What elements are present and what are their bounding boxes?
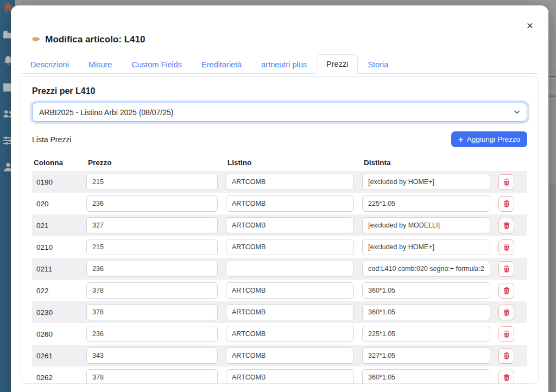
distinta-input[interactable] bbox=[362, 282, 490, 299]
prezzi-panel: Prezzi per L410 ARBI2025 - Listino Arbi … bbox=[21, 76, 539, 384]
tab-bar: Descrizioni Misure Custom Fields Eredita… bbox=[21, 53, 539, 74]
price-table-header: Colonna Prezzo Listino Distinta bbox=[32, 154, 527, 171]
plus-icon: + bbox=[458, 135, 463, 143]
delete-row-button[interactable] bbox=[498, 370, 514, 384]
table-row: 0260 bbox=[32, 323, 527, 345]
panel-heading-code: L410 bbox=[75, 86, 95, 96]
trash-icon bbox=[503, 352, 510, 359]
row-colonna: 021 bbox=[32, 222, 86, 230]
tab-custom-fields[interactable]: Custom Fields bbox=[122, 55, 192, 74]
row-colonna: 0210 bbox=[32, 243, 86, 251]
listino-input[interactable] bbox=[226, 347, 354, 364]
listino-input[interactable] bbox=[226, 195, 354, 212]
listino-input[interactable] bbox=[226, 369, 354, 384]
distinta-input[interactable] bbox=[362, 261, 490, 277]
row-colonna: 0261 bbox=[32, 352, 86, 360]
distinta-input[interactable] bbox=[362, 239, 490, 255]
distinta-input[interactable] bbox=[362, 217, 490, 233]
table-row: 0230 bbox=[32, 301, 527, 323]
edit-article-modal: × ✏ Modifica articolo: L410 Descrizioni … bbox=[11, 5, 548, 392]
trash-icon bbox=[503, 200, 510, 207]
distinta-input[interactable] bbox=[362, 347, 490, 364]
delete-row-button[interactable] bbox=[498, 261, 514, 277]
trash-icon bbox=[503, 243, 510, 251]
distinta-input[interactable] bbox=[362, 304, 490, 320]
tab-misure[interactable]: Misure bbox=[79, 55, 122, 74]
listino-select[interactable]: ARBI2025 - Listino Arbi 2025 (08/07/25) bbox=[32, 103, 527, 122]
row-colonna: 0190 bbox=[32, 178, 86, 186]
header-distinta: Distinta bbox=[362, 159, 498, 167]
trash-icon bbox=[503, 374, 510, 381]
row-colonna: 0230 bbox=[32, 308, 86, 317]
distinta-input[interactable] bbox=[362, 174, 490, 190]
modal-title: ✏ Modifica articolo: L410 bbox=[33, 34, 145, 45]
distinta-input[interactable] bbox=[362, 369, 490, 384]
tab-descrizioni[interactable]: Descrizioni bbox=[21, 55, 79, 74]
tab-artneutri-plus[interactable]: artneutri plus bbox=[251, 55, 317, 74]
distinta-input[interactable] bbox=[362, 326, 490, 342]
trash-icon bbox=[503, 287, 510, 294]
prezzo-input[interactable] bbox=[86, 174, 218, 190]
header-listino: Listino bbox=[226, 159, 362, 167]
table-row: 022 bbox=[32, 280, 527, 301]
row-colonna: 020 bbox=[32, 200, 86, 208]
delete-row-button[interactable] bbox=[498, 239, 514, 255]
row-colonna: 0260 bbox=[32, 330, 86, 338]
trash-icon bbox=[503, 178, 510, 186]
listino-input[interactable] bbox=[226, 217, 354, 233]
add-price-button-label: Aggiungi Prezzo bbox=[467, 135, 520, 143]
price-table-body: 0190 020 bbox=[32, 171, 527, 384]
prezzo-input[interactable] bbox=[86, 347, 218, 364]
listino-input[interactable] bbox=[226, 326, 354, 342]
panel-heading: Prezzi per L410 bbox=[32, 86, 527, 96]
prezzo-input[interactable] bbox=[86, 304, 218, 320]
panel-heading-prefix: Prezzi per bbox=[32, 86, 73, 96]
prezzo-input[interactable] bbox=[86, 369, 218, 384]
row-colonna: 022 bbox=[32, 287, 86, 295]
table-row: 0261 bbox=[32, 345, 527, 366]
header-colonna: Colonna bbox=[32, 159, 86, 167]
table-row: 0262 bbox=[32, 366, 527, 384]
table-row: 020 bbox=[32, 193, 527, 214]
add-price-button[interactable]: + Aggiungi Prezzo bbox=[451, 131, 527, 147]
prezzo-input[interactable] bbox=[86, 195, 218, 212]
delete-row-button[interactable] bbox=[498, 218, 514, 233]
trash-icon bbox=[503, 222, 510, 229]
header-prezzo: Prezzo bbox=[86, 159, 226, 167]
delete-row-button[interactable] bbox=[498, 348, 514, 364]
modal-title-text: Modifica articolo: L410 bbox=[45, 34, 145, 45]
tab-prezzi[interactable]: Prezzi bbox=[317, 54, 358, 74]
listino-input[interactable] bbox=[226, 261, 354, 277]
prezzo-input[interactable] bbox=[86, 326, 218, 342]
row-colonna: 0211 bbox=[32, 265, 86, 273]
close-icon[interactable]: × bbox=[527, 20, 533, 31]
delete-row-button[interactable] bbox=[498, 283, 514, 299]
table-row: 0211 bbox=[32, 258, 527, 280]
trash-icon bbox=[503, 330, 510, 338]
tab-storia[interactable]: Storia bbox=[358, 55, 398, 74]
delete-row-button[interactable] bbox=[498, 174, 514, 190]
delete-row-button[interactable] bbox=[498, 326, 514, 342]
table-row: 0190 bbox=[32, 171, 527, 193]
delete-row-button[interactable] bbox=[498, 196, 514, 212]
delete-row-button[interactable] bbox=[498, 305, 514, 320]
prezzo-input[interactable] bbox=[86, 217, 218, 233]
prezzo-input[interactable] bbox=[86, 282, 218, 299]
price-table: Colonna Prezzo Listino Distinta 0190 020 bbox=[32, 154, 527, 384]
table-row: 021 bbox=[32, 214, 527, 236]
row-colonna: 0262 bbox=[32, 374, 86, 382]
table-row: 0210 bbox=[32, 236, 527, 258]
listino-input[interactable] bbox=[226, 239, 354, 255]
listino-input[interactable] bbox=[226, 174, 354, 190]
listino-input[interactable] bbox=[226, 282, 354, 299]
trash-icon bbox=[503, 265, 510, 273]
prezzo-input[interactable] bbox=[86, 261, 218, 277]
distinta-input[interactable] bbox=[362, 195, 490, 212]
pencil-icon: ✏ bbox=[33, 34, 40, 45]
trash-icon bbox=[503, 308, 510, 316]
list-label: Lista Prezzi bbox=[32, 135, 71, 144]
listino-input[interactable] bbox=[226, 304, 354, 320]
tab-ereditarieta[interactable]: Ereditarietà bbox=[192, 55, 251, 74]
prezzo-input[interactable] bbox=[86, 239, 218, 255]
